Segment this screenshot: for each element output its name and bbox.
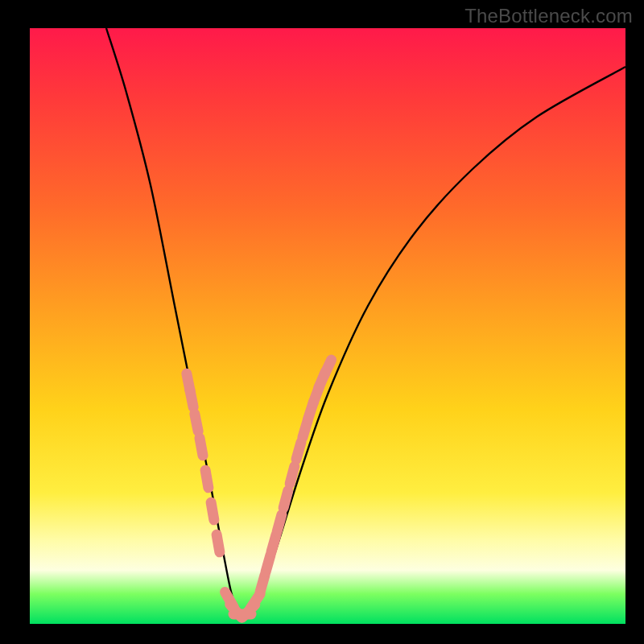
bottleneck-curve [106, 28, 625, 614]
bead-group [187, 360, 332, 617]
bead [205, 470, 208, 488]
bead [217, 535, 220, 552]
curve-layer [30, 28, 625, 624]
plot-area [30, 28, 625, 624]
bead [290, 466, 295, 483]
watermark-text: TheBottleneck.com [464, 5, 633, 27]
bead [283, 490, 288, 507]
bead [260, 575, 265, 592]
bead [324, 360, 331, 376]
bead [200, 438, 203, 456]
bead [190, 390, 193, 407]
bead [296, 442, 301, 459]
outer-frame: TheBottleneck.com [0, 0, 644, 644]
bead [195, 414, 198, 431]
bead [211, 502, 214, 520]
bead [277, 514, 282, 531]
bead [271, 535, 276, 551]
bead [266, 555, 270, 572]
